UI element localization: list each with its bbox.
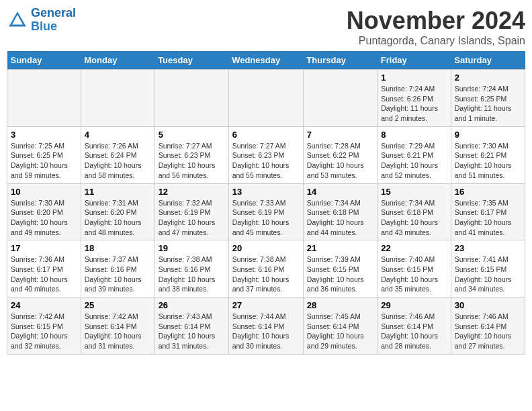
day-number: 27 <box>232 300 300 310</box>
day-number: 7 <box>307 130 373 140</box>
calendar-cell: 9Sunrise: 7:30 AM Sunset: 6:21 PM Daylig… <box>451 126 525 183</box>
calendar-cell: 4Sunrise: 7:26 AM Sunset: 6:24 PM Daylig… <box>81 126 154 183</box>
calendar-cell: 30Sunrise: 7:46 AM Sunset: 6:14 PM Dayli… <box>451 298 525 355</box>
day-number: 21 <box>307 243 373 253</box>
weekday-header-thursday: Thursday <box>303 51 377 70</box>
day-number: 10 <box>11 187 77 197</box>
calendar-cell: 23Sunrise: 7:41 AM Sunset: 6:15 PM Dayli… <box>451 240 525 298</box>
day-info: Sunrise: 7:25 AM Sunset: 6:25 PM Dayligh… <box>11 141 77 181</box>
logo-line2: Blue <box>31 19 57 33</box>
calendar-cell: 28Sunrise: 7:45 AM Sunset: 6:14 PM Dayli… <box>303 298 377 355</box>
day-info: Sunrise: 7:24 AM Sunset: 6:25 PM Dayligh… <box>455 84 521 124</box>
calendar-cell: 10Sunrise: 7:30 AM Sunset: 6:20 PM Dayli… <box>7 183 81 240</box>
day-info: Sunrise: 7:30 AM Sunset: 6:21 PM Dayligh… <box>455 141 521 181</box>
calendar-cell: 17Sunrise: 7:36 AM Sunset: 6:17 PM Dayli… <box>7 240 81 298</box>
week-row-5: 24Sunrise: 7:42 AM Sunset: 6:15 PM Dayli… <box>7 298 525 355</box>
day-info: Sunrise: 7:34 AM Sunset: 6:18 PM Dayligh… <box>307 198 373 238</box>
calendar-cell: 27Sunrise: 7:44 AM Sunset: 6:14 PM Dayli… <box>228 298 303 355</box>
day-info: Sunrise: 7:37 AM Sunset: 6:16 PM Dayligh… <box>85 255 151 294</box>
day-info: Sunrise: 7:29 AM Sunset: 6:21 PM Dayligh… <box>381 141 447 181</box>
calendar-cell: 24Sunrise: 7:42 AM Sunset: 6:15 PM Dayli… <box>7 298 81 355</box>
day-info: Sunrise: 7:46 AM Sunset: 6:14 PM Dayligh… <box>455 312 521 351</box>
day-info: Sunrise: 7:38 AM Sunset: 6:16 PM Dayligh… <box>232 255 300 294</box>
day-info: Sunrise: 7:42 AM Sunset: 6:14 PM Dayligh… <box>85 312 151 351</box>
day-number: 23 <box>455 243 521 253</box>
calendar-cell: 20Sunrise: 7:38 AM Sunset: 6:16 PM Dayli… <box>228 240 303 298</box>
calendar-cell: 12Sunrise: 7:32 AM Sunset: 6:19 PM Dayli… <box>154 183 228 240</box>
week-row-3: 10Sunrise: 7:30 AM Sunset: 6:20 PM Dayli… <box>7 183 525 240</box>
day-number: 15 <box>381 187 447 197</box>
logo-line1: General <box>31 6 76 19</box>
weekday-header-friday: Friday <box>378 51 451 70</box>
day-number: 5 <box>159 130 225 140</box>
calendar-cell: 13Sunrise: 7:33 AM Sunset: 6:19 PM Dayli… <box>228 183 303 240</box>
day-info: Sunrise: 7:27 AM Sunset: 6:23 PM Dayligh… <box>159 141 225 181</box>
logo-icon <box>7 9 28 31</box>
calendar-cell: 16Sunrise: 7:35 AM Sunset: 6:17 PM Dayli… <box>451 183 525 240</box>
day-info: Sunrise: 7:28 AM Sunset: 6:22 PM Dayligh… <box>307 141 373 181</box>
calendar-cell: 18Sunrise: 7:37 AM Sunset: 6:16 PM Dayli… <box>81 240 154 298</box>
day-number: 14 <box>307 187 373 197</box>
day-info: Sunrise: 7:30 AM Sunset: 6:20 PM Dayligh… <box>11 198 77 238</box>
calendar-cell <box>81 70 154 127</box>
day-info: Sunrise: 7:26 AM Sunset: 6:24 PM Dayligh… <box>85 141 151 181</box>
day-info: Sunrise: 7:32 AM Sunset: 6:19 PM Dayligh… <box>159 198 225 238</box>
calendar-cell: 15Sunrise: 7:34 AM Sunset: 6:18 PM Dayli… <box>378 183 451 240</box>
calendar-cell: 1Sunrise: 7:24 AM Sunset: 6:26 PM Daylig… <box>378 70 451 127</box>
title-block: November 2024 Puntagorda, Canary Islands… <box>347 7 525 47</box>
calendar-body: 1Sunrise: 7:24 AM Sunset: 6:26 PM Daylig… <box>7 70 525 355</box>
day-info: Sunrise: 7:38 AM Sunset: 6:16 PM Dayligh… <box>159 255 225 294</box>
calendar-cell: 25Sunrise: 7:42 AM Sunset: 6:14 PM Dayli… <box>81 298 154 355</box>
day-info: Sunrise: 7:43 AM Sunset: 6:14 PM Dayligh… <box>159 312 225 351</box>
calendar-cell: 29Sunrise: 7:46 AM Sunset: 6:14 PM Dayli… <box>378 298 451 355</box>
day-info: Sunrise: 7:33 AM Sunset: 6:19 PM Dayligh… <box>232 198 300 238</box>
week-row-1: 1Sunrise: 7:24 AM Sunset: 6:26 PM Daylig… <box>7 70 525 127</box>
day-info: Sunrise: 7:39 AM Sunset: 6:15 PM Dayligh… <box>307 255 373 294</box>
calendar-table: SundayMondayTuesdayWednesdayThursdayFrid… <box>7 51 525 355</box>
day-number: 12 <box>159 187 225 197</box>
day-number: 28 <box>307 300 373 310</box>
location: Puntagorda, Canary Islands, Spain <box>347 35 525 47</box>
calendar-cell: 21Sunrise: 7:39 AM Sunset: 6:15 PM Dayli… <box>303 240 377 298</box>
calendar-cell: 26Sunrise: 7:43 AM Sunset: 6:14 PM Dayli… <box>154 298 228 355</box>
calendar-cell: 3Sunrise: 7:25 AM Sunset: 6:25 PM Daylig… <box>7 126 81 183</box>
calendar-cell: 5Sunrise: 7:27 AM Sunset: 6:23 PM Daylig… <box>154 126 228 183</box>
day-info: Sunrise: 7:24 AM Sunset: 6:26 PM Dayligh… <box>381 84 447 124</box>
day-number: 8 <box>381 130 447 140</box>
calendar-cell: 14Sunrise: 7:34 AM Sunset: 6:18 PM Dayli… <box>303 183 377 240</box>
day-info: Sunrise: 7:46 AM Sunset: 6:14 PM Dayligh… <box>381 312 447 351</box>
logo-text: General Blue <box>31 7 76 34</box>
day-info: Sunrise: 7:27 AM Sunset: 6:23 PM Dayligh… <box>232 141 300 181</box>
calendar-cell: 19Sunrise: 7:38 AM Sunset: 6:16 PM Dayli… <box>154 240 228 298</box>
day-number: 25 <box>85 300 151 310</box>
day-number: 26 <box>159 300 225 310</box>
day-info: Sunrise: 7:44 AM Sunset: 6:14 PM Dayligh… <box>232 312 300 351</box>
calendar-cell: 11Sunrise: 7:31 AM Sunset: 6:20 PM Dayli… <box>81 183 154 240</box>
day-number: 29 <box>381 300 447 310</box>
day-number: 1 <box>381 73 447 83</box>
day-number: 13 <box>232 187 300 197</box>
day-info: Sunrise: 7:45 AM Sunset: 6:14 PM Dayligh… <box>307 312 373 351</box>
calendar-cell: 2Sunrise: 7:24 AM Sunset: 6:25 PM Daylig… <box>451 70 525 127</box>
calendar-cell: 7Sunrise: 7:28 AM Sunset: 6:22 PM Daylig… <box>303 126 377 183</box>
calendar-cell <box>228 70 303 127</box>
day-number: 9 <box>455 130 521 140</box>
week-row-2: 3Sunrise: 7:25 AM Sunset: 6:25 PM Daylig… <box>7 126 525 183</box>
day-number: 22 <box>381 243 447 253</box>
logo: General Blue <box>7 7 76 34</box>
day-number: 16 <box>455 187 521 197</box>
calendar-cell: 8Sunrise: 7:29 AM Sunset: 6:21 PM Daylig… <box>378 126 451 183</box>
day-info: Sunrise: 7:34 AM Sunset: 6:18 PM Dayligh… <box>381 198 447 238</box>
day-info: Sunrise: 7:35 AM Sunset: 6:17 PM Dayligh… <box>455 198 521 238</box>
calendar-cell: 22Sunrise: 7:40 AM Sunset: 6:15 PM Dayli… <box>378 240 451 298</box>
day-info: Sunrise: 7:36 AM Sunset: 6:17 PM Dayligh… <box>11 255 77 294</box>
weekday-header-sunday: Sunday <box>7 51 81 70</box>
weekday-header-row: SundayMondayTuesdayWednesdayThursdayFrid… <box>7 51 525 70</box>
day-number: 2 <box>455 73 521 83</box>
calendar-cell <box>303 70 377 127</box>
weekday-header-saturday: Saturday <box>451 51 525 70</box>
calendar-cell <box>154 70 228 127</box>
weekday-header-monday: Monday <box>81 51 154 70</box>
day-number: 30 <box>455 300 521 310</box>
day-number: 11 <box>85 187 151 197</box>
